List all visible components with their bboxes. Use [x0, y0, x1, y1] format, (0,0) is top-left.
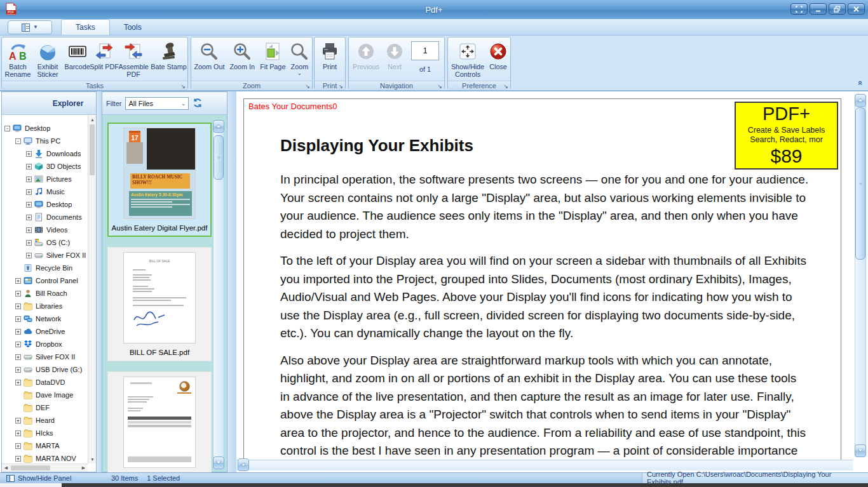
tree-item[interactable]: +3D Objects [2, 160, 88, 173]
explorer-horizontal-scrollbar[interactable]: ◀ ▶ [2, 464, 88, 472]
tree-toggle-icon[interactable]: + [26, 189, 32, 195]
tree-item[interactable]: +Silver FOX II [2, 350, 88, 363]
tab-tools[interactable]: Tools [110, 19, 156, 35]
dialog-launcher-icon[interactable]: ↘ [305, 82, 310, 91]
tree-item[interactable]: Recycle Bin [2, 262, 88, 274]
tree-toggle-icon[interactable]: + [15, 456, 21, 462]
tree-toggle-icon[interactable]: + [15, 342, 21, 347]
scroll-down-icon[interactable]: ▼ [88, 455, 97, 464]
scroll-left-button[interactable] [238, 458, 249, 471]
print-button[interactable]: Print [316, 39, 344, 81]
tree-item[interactable]: -This PC [2, 135, 88, 147]
zoom-in-button[interactable]: Zoom In [227, 39, 258, 81]
splitter-thumbnails-document[interactable] [227, 91, 236, 472]
barcode-button[interactable]: Barcode [62, 39, 92, 81]
tree-item[interactable]: +Pictures [2, 173, 88, 185]
tree-toggle-icon[interactable]: + [26, 253, 32, 258]
restore-button[interactable] [829, 3, 846, 15]
scrollbar-thumb[interactable]: ≡ [855, 107, 865, 260]
show-hide-controls-button[interactable]: Show/Hide Controls [449, 39, 487, 81]
show-hide-panel-icon[interactable] [6, 475, 15, 482]
tree-item[interactable]: +MARTA [2, 439, 88, 452]
page-number-input[interactable] [411, 41, 439, 60]
tree-toggle-icon[interactable]: + [26, 164, 32, 170]
scroll-up-icon[interactable]: ▲ [88, 116, 97, 124]
dialog-launcher-icon[interactable]: ↘ [338, 82, 343, 91]
batch-rename-button[interactable]: AB Batch Rename [3, 39, 33, 81]
fullscreen-button[interactable] [790, 3, 808, 15]
tree-toggle-icon[interactable]: - [4, 126, 10, 131]
scroll-down-button[interactable] [213, 457, 224, 469]
tree-toggle-icon[interactable]: - [15, 138, 21, 144]
filter-dropdown[interactable]: All Files ⌄ [125, 97, 189, 110]
scroll-up-button[interactable] [213, 120, 224, 133]
tab-tasks[interactable]: Tasks [61, 19, 110, 35]
tree-item[interactable]: +Heard [2, 414, 88, 427]
tree-toggle-icon[interactable]: + [15, 380, 21, 385]
tree-item[interactable]: +USB Drive (G:) [2, 363, 88, 376]
tree-toggle-icon[interactable]: + [15, 291, 21, 297]
tree-item[interactable]: +Music [2, 185, 88, 198]
refresh-button[interactable] [193, 98, 203, 109]
minimize-button[interactable] [810, 3, 827, 15]
zoom-out-button[interactable]: Zoom Out [192, 39, 227, 81]
tree-item[interactable]: +MARTA NOV [2, 452, 88, 464]
collapse-ribbon-icon[interactable]: « [856, 81, 865, 85]
show-hide-panel-label[interactable]: Show/Hide Panel [18, 474, 71, 482]
explorer-vertical-scrollbar[interactable]: ▲ ▼ [88, 116, 96, 464]
scroll-up-button[interactable] [855, 94, 866, 107]
scrollbar-thumb[interactable] [11, 465, 50, 470]
tree-toggle-icon[interactable]: + [15, 354, 21, 360]
tree-item[interactable]: Dave Image [2, 389, 88, 401]
thumbnail-item[interactable]: 17 BILLY ROACH MUSIC SHOW!!! Austin Eate… [107, 123, 212, 237]
thumbnail-item[interactable]: Billable Hours Weekly Summary.pdf.pdf [107, 371, 212, 487]
exhibit-sticker-button[interactable]: Exhibit Sticker [33, 39, 62, 81]
close-document-button[interactable]: Close [487, 39, 510, 81]
fit-page-button[interactable]: Fit Page [258, 39, 288, 81]
tree-item[interactable]: +Libraries [2, 300, 88, 312]
tree-item[interactable]: +Control Panel [2, 274, 88, 287]
tree-item[interactable]: +Silver FOX II [2, 249, 88, 262]
scroll-left-icon[interactable]: ◀ [2, 464, 10, 472]
scroll-right-icon[interactable]: ▶ [79, 464, 88, 472]
tree-item[interactable]: +Documents [2, 211, 88, 223]
close-window-button[interactable] [848, 3, 865, 15]
dialog-launcher-icon[interactable]: ↘ [437, 82, 442, 91]
zoom-dropdown-button[interactable]: Zoom ⌄ [288, 39, 311, 81]
tree-item[interactable]: +OS (C:) [2, 236, 88, 249]
tree-item[interactable]: +HIcks [2, 427, 88, 439]
tree-toggle-icon[interactable]: + [15, 278, 21, 284]
next-page-button[interactable]: Next [382, 39, 407, 81]
tree-item[interactable]: +Bill Roach [2, 287, 88, 300]
scroll-down-button[interactable] [855, 444, 866, 457]
tree-toggle-icon[interactable]: + [15, 430, 21, 436]
tree-item[interactable]: +Downloads [2, 147, 88, 160]
assemble-pdf-button[interactable]: Assemble PDF [116, 39, 151, 81]
tree-item[interactable]: +Desktop [2, 198, 88, 211]
tree-toggle-icon[interactable]: + [26, 177, 32, 182]
tree-toggle-icon[interactable]: + [15, 316, 21, 322]
tree-toggle-icon[interactable]: + [15, 367, 21, 373]
tree-item[interactable]: -Desktop [2, 122, 88, 135]
tree-toggle-icon[interactable]: + [26, 227, 32, 233]
tree-toggle-icon[interactable]: + [15, 418, 21, 424]
split-pdf-button[interactable]: Split PDF [92, 39, 116, 81]
tree-toggle-icon[interactable]: + [26, 215, 32, 220]
dialog-launcher-icon[interactable]: ↘ [503, 82, 508, 91]
previous-page-button[interactable]: Previous [350, 39, 382, 81]
tree-item[interactable]: +Network [2, 312, 88, 325]
tree-toggle-icon[interactable]: + [15, 304, 21, 309]
bate-stamp-button[interactable]: Bate Stamp [151, 39, 187, 81]
tree-toggle-icon[interactable]: + [26, 202, 32, 208]
tree-item[interactable]: DEF [2, 401, 88, 414]
tree-item[interactable]: +Dropbox [2, 338, 88, 350]
tree-toggle-icon[interactable]: + [26, 240, 32, 246]
splitter-explorer-thumbnails[interactable] [97, 91, 102, 472]
tree-toggle-icon[interactable]: + [15, 443, 21, 449]
tree-item[interactable]: +Videos [2, 223, 88, 236]
tree-item[interactable]: +DataDVD [2, 376, 88, 389]
application-menu-button[interactable]: ▼ [8, 20, 52, 34]
scrollbar-thumb[interactable] [90, 124, 95, 175]
tree-item[interactable]: +OneDrive [2, 325, 88, 338]
thumbnail-item[interactable]: BILL OF SALE BILL OF SALE.pdf [107, 247, 212, 361]
